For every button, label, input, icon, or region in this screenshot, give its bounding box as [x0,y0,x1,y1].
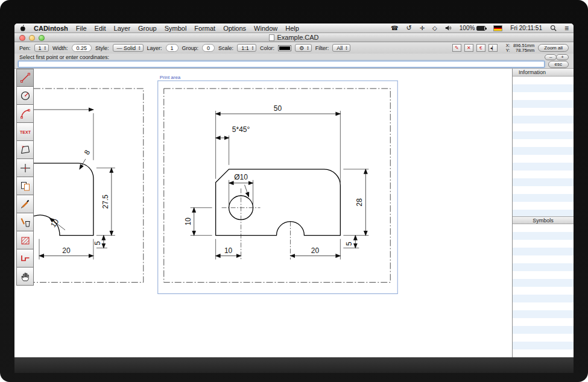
layer-field[interactable]: 1 [166,44,179,52]
left-radius-leader [80,159,86,169]
scale-popup[interactable]: 1:1 [237,44,256,52]
popup-arrows-icon [345,46,347,50]
dim-height-right: 28 [355,198,364,207]
esc-button[interactable]: esc [548,61,569,68]
airport-icon[interactable] [432,25,437,31]
collapse-toggle-button[interactable] [488,44,498,52]
line-icon [19,72,31,84]
window-title-bar[interactable]: Example.CAD [14,33,574,42]
group-value: 0 [207,45,210,51]
menu-file[interactable]: File [76,25,87,32]
pen-toggle-button[interactable] [452,44,461,52]
text-tool-button[interactable]: TEXT [16,123,34,141]
spotlight-icon[interactable] [550,25,557,31]
edit-tool-button[interactable] [16,195,34,213]
time-machine-icon[interactable] [406,24,411,32]
pan-tool-button[interactable] [16,268,34,286]
battery-nub [485,28,487,30]
layer-label: Layer: [147,45,162,51]
monitor-bezel: CADintosh File Edit Layer Group Symbol F… [0,0,588,382]
y-value: 78.75mm [513,48,534,53]
style-popup[interactable]: — Solid [113,44,144,52]
pen-label: Pen: [19,45,31,51]
pencil-icon [19,198,31,210]
group-field[interactable]: 0 [202,44,215,52]
close-button[interactable] [19,35,25,41]
style-label: Style: [95,45,109,51]
dim-width-bottom-right: 20 [311,246,320,255]
coordinate-input[interactable] [18,61,545,67]
step-icon [19,252,31,265]
symbols-title: Symbols [533,218,554,224]
arc-tool-button[interactable] [16,105,34,123]
left-page-margin [34,89,144,283]
hatch-tool-button[interactable] [16,231,34,249]
dim-offset-right: 5 [345,242,353,246]
corner-tool-button[interactable] [16,249,34,268]
menu-group[interactable]: Group [138,25,157,32]
popup-arrows-icon [138,46,141,50]
menu-options[interactable]: Options [223,25,246,32]
menu-help[interactable]: Help [285,25,299,32]
app-menu-cadintosh[interactable]: CADintosh [34,25,68,32]
style-value: — Solid [117,45,136,51]
zoom-in-button[interactable]: + [556,54,569,60]
apple-menu[interactable] [19,24,26,32]
notification-list-icon[interactable] [564,24,569,33]
color-swatch[interactable] [278,45,291,51]
curve-toggle-button[interactable] [476,44,485,52]
zoom-out-button[interactable]: – [545,54,557,60]
scale-value: 1:1 [241,45,249,51]
polygon-tool-button[interactable] [16,141,34,159]
gear-popup[interactable]: ⚙ [295,44,312,52]
dim-width-bottom-left: 10 [224,246,233,255]
zoom-button[interactable] [39,35,45,41]
menu-symbol[interactable]: Symbol [165,25,187,32]
menu-bar: CADintosh File Edit Layer Group Symbol F… [14,23,574,33]
universal-access-icon[interactable] [420,25,425,31]
popup-arrows-icon [251,46,254,50]
dimension-tool-button[interactable] [16,159,34,177]
screen: CADintosh File Edit Layer Group Symbol F… [14,23,574,373]
layer-value: 1 [171,45,174,51]
dim-hole-diameter: Ø10 [234,173,248,181]
width-field[interactable]: 0.25 [72,44,92,52]
minimize-button[interactable] [29,35,35,41]
dim-radius-top: 8 [83,148,92,156]
window-title: Example.CAD [277,34,318,41]
phone-menu-icon[interactable] [391,25,398,31]
speaker-icon [445,25,452,31]
drawing-canvas[interactable]: Print area [34,69,512,357]
trash-icon [19,216,31,228]
menu-edit[interactable]: Edit [95,25,106,32]
dim-left-height: 27.5 [101,195,110,209]
german-flag-icon[interactable] [493,25,502,31]
line-tool-button[interactable] [16,69,34,87]
information-list [513,77,574,216]
menu-window[interactable]: Window [254,25,277,32]
tool-palette: TEXT [16,69,34,286]
delete-tool-button[interactable] [16,213,34,231]
volume-icon[interactable] [445,25,452,31]
svg-text:TEXT: TEXT [20,130,31,134]
filter-label: Filter: [315,45,329,51]
zoom-all-button[interactable]: Zoom all [538,44,569,52]
drawing-svg: Print area [34,69,512,357]
menu-clock[interactable]: Fri 20:11:51 [510,25,542,31]
dim-hole-height: 10 [184,218,192,226]
filter-value: All [337,45,343,51]
text-icon: TEXT [19,126,32,138]
pen-popup[interactable]: 1 [34,44,49,52]
menu-format[interactable]: Format [194,25,215,32]
filter-popup[interactable]: All [332,44,350,52]
left-part: 8 27.5 10 20 5 [34,110,115,260]
polygon-icon [19,144,31,156]
color-label: Color: [260,45,274,51]
menu-layer[interactable]: Layer [114,25,131,32]
battery-indicator[interactable]: 100% [460,25,486,31]
arc-icon [19,108,31,120]
dim-width-top: 50 [274,104,282,113]
circle-tool-button[interactable] [16,87,34,105]
delete-toggle-button[interactable] [464,44,473,52]
duplicate-tool-button[interactable] [16,177,34,195]
